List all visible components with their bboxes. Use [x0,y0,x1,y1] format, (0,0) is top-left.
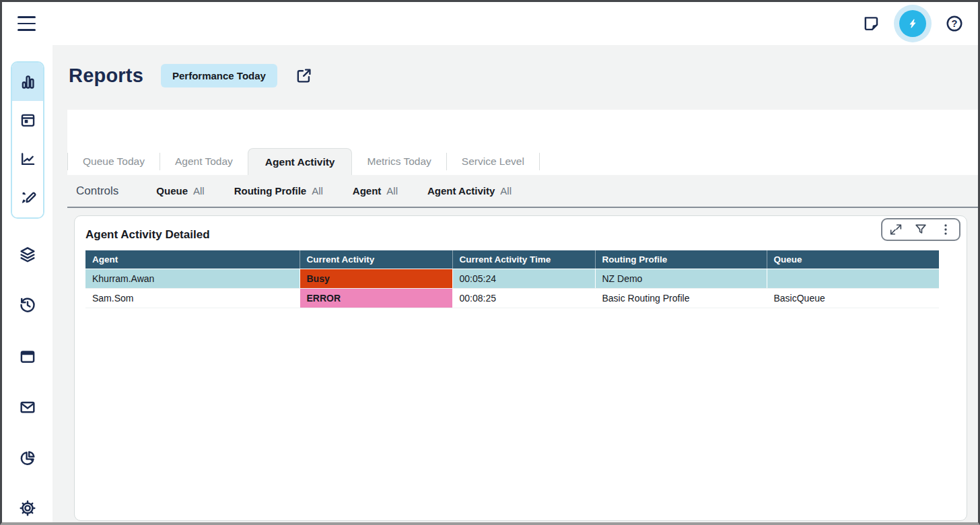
card-title: Agent Activity Detailed [85,228,967,242]
column-header-current-activity-time[interactable]: Current Activity Time [452,250,595,269]
feedback-note-icon[interactable] [862,14,880,33]
cell-current-activity: ERROR [300,288,452,308]
tab-service-level[interactable]: Service Level [447,148,539,175]
app-window: ? [0,0,980,525]
mail-icon [18,398,37,417]
tab-agent-activity[interactable]: Agent Activity [248,148,353,175]
column-header-queue[interactable]: Queue [767,250,939,269]
sidebar-item-layers[interactable] [2,245,53,264]
paint-brush-icon [19,189,37,207]
tab-separator [539,153,540,170]
svg-text:?: ? [952,18,958,29]
bar-chart-icon [18,73,37,92]
lightning-assistant-button[interactable] [899,10,926,37]
filter-agent[interactable]: Agent All [353,185,398,197]
pie-chart-icon [18,448,37,467]
table-row: Khurram.Awan Busy 00:05:24 NZ Demo [85,269,939,288]
controls-bar: Controls Queue All Routing Profile All A… [67,175,978,208]
filter-queue[interactable]: Queue All [156,185,204,197]
top-bar: ? [2,2,978,45]
table-header-row: Agent Current Activity Current Activity … [85,250,939,269]
cell-agent: Khurram.Awan [85,269,300,288]
hamburger-menu-icon[interactable] [18,15,36,32]
history-icon [18,295,37,314]
sidebar-item-design[interactable] [12,178,43,217]
window-icon [18,347,37,366]
agent-activity-table: Agent Current Activity Current Activity … [85,250,939,308]
sidebar-item-settings[interactable] [2,499,53,518]
settings-gear-icon [18,499,37,518]
cell-routing-profile: Basic Routing Profile [595,288,767,308]
filter-agent-activity[interactable]: Agent Activity All [427,185,512,197]
report-panel: Queue Today Agent Today Agent Activity M… [67,110,978,175]
tab-agent-today[interactable]: Agent Today [160,148,248,175]
topbar-actions: ? [862,2,964,45]
sidebar-item-metrics[interactable] [12,140,43,179]
sidebar-item-calendar[interactable] [12,101,43,140]
table-row: Sam.Som ERROR 00:08:25 Basic Routing Pro… [85,288,939,308]
filter-routing-profile[interactable]: Routing Profile All [234,185,323,197]
cell-current-activity-time: 00:05:24 [452,269,595,288]
column-header-agent[interactable]: Agent [85,250,300,269]
cell-routing-profile: NZ Demo [595,269,767,288]
column-header-current-activity[interactable]: Current Activity [300,250,452,269]
external-link-icon[interactable] [295,67,313,85]
sidebar-item-pie-chart[interactable] [2,448,53,467]
kebab-menu-icon[interactable] [938,222,953,237]
sidebar-item-window[interactable] [2,347,53,366]
cell-queue [767,269,939,288]
agent-activity-card: Agent Activity Detailed Agent Current Ac… [74,215,967,521]
expand-icon[interactable] [888,222,903,237]
layers-icon [18,245,37,264]
page-title: Reports [69,65,143,87]
controls-label: Controls [76,184,118,198]
cell-current-activity-time: 00:08:25 [452,288,595,308]
sidebar-item-history[interactable] [2,295,53,314]
filter-funnel-icon[interactable] [913,222,928,237]
card-action-toolbar [881,218,960,241]
sidebar-reports-group [11,61,44,219]
help-icon[interactable]: ? [945,14,964,33]
tab-queue-today[interactable]: Queue Today [68,148,160,175]
cell-queue: BasicQueue [767,288,939,308]
sidebar-item-reports[interactable] [12,63,43,101]
performance-today-badge[interactable]: Performance Today [161,64,277,88]
cell-current-activity: Busy [300,269,452,288]
tab-metrics-today[interactable]: Metrics Today [352,148,446,175]
calendar-icon [19,111,37,129]
sidebar [2,45,53,522]
column-header-routing-profile[interactable]: Routing Profile [595,250,767,269]
cell-agent: Sam.Som [85,288,300,308]
sidebar-item-mail[interactable] [2,398,53,417]
main-content: Reports Performance Today Queue Today Ag… [53,45,978,522]
line-chart-icon [19,150,37,168]
report-tabs: Queue Today Agent Today Agent Activity M… [67,148,978,175]
